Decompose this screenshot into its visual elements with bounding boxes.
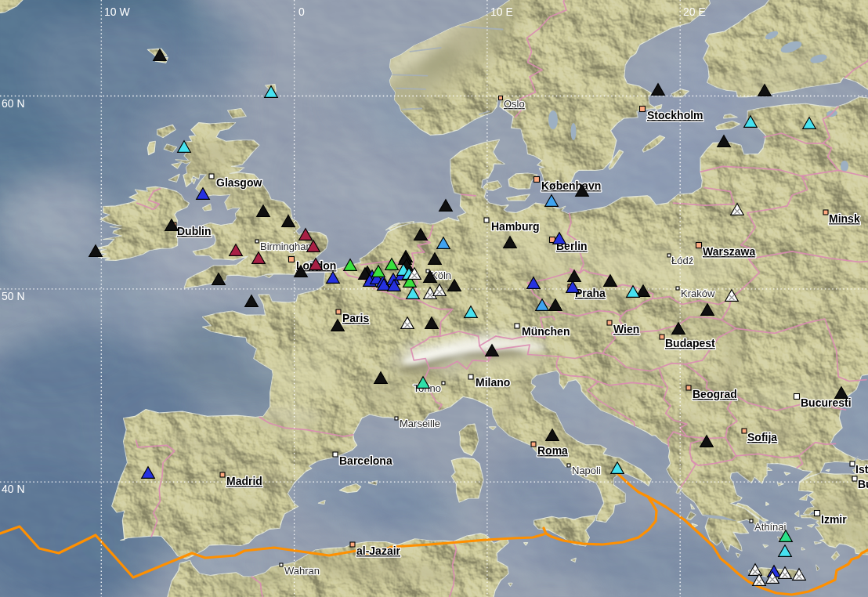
svg-text:0: 0 <box>298 5 305 18</box>
svg-text:Budapest: Budapest <box>665 337 715 349</box>
svg-text:Barcelona: Barcelona <box>339 454 392 467</box>
svg-text:Bursa: Bursa <box>858 478 868 490</box>
svg-text:Milano: Milano <box>476 376 510 389</box>
svg-text:Paris: Paris <box>342 312 369 324</box>
svg-text:Warszawa: Warszawa <box>703 245 755 258</box>
svg-text:Madrid: Madrid <box>226 475 262 487</box>
svg-text:50 N: 50 N <box>2 290 25 302</box>
svg-text:Sofija: Sofija <box>747 431 777 443</box>
svg-text:Birmingham: Birmingham <box>260 241 314 252</box>
svg-text:København: København <box>541 179 601 192</box>
svg-text:Łódź: Łódź <box>671 255 693 266</box>
svg-text:München: München <box>522 325 570 338</box>
svg-text:Wahran: Wahran <box>284 565 320 577</box>
svg-text:20 E: 20 E <box>683 5 706 18</box>
svg-text:Oslo: Oslo <box>504 98 525 110</box>
svg-text:al-Jazair: al-Jazair <box>356 545 401 557</box>
svg-text:Dublin: Dublin <box>177 225 212 237</box>
svg-text:Marseille: Marseille <box>400 418 440 429</box>
svg-text:Roma: Roma <box>537 444 568 457</box>
svg-text:Kraków: Kraków <box>681 288 715 299</box>
svg-text:Stockholm: Stockholm <box>647 109 703 121</box>
svg-text:Wien: Wien <box>613 323 639 335</box>
svg-text:Napoli: Napoli <box>572 465 601 476</box>
svg-text:Minsk: Minsk <box>829 212 860 225</box>
svg-text:Izmir: Izmir <box>821 513 847 526</box>
svg-text:60 N: 60 N <box>2 97 25 110</box>
svg-text:Beograd: Beograd <box>693 388 737 400</box>
svg-text:10 W: 10 W <box>104 5 130 18</box>
svg-text:Athínai: Athínai <box>754 521 787 533</box>
svg-text:Istanbul: Istanbul <box>855 463 868 476</box>
svg-text:40 N: 40 N <box>2 483 25 495</box>
svg-text:Glasgow: Glasgow <box>216 176 262 189</box>
svg-text:Hamburg: Hamburg <box>491 220 539 233</box>
svg-text:Praha: Praha <box>575 287 606 299</box>
svg-text:10 E: 10 E <box>490 5 513 18</box>
